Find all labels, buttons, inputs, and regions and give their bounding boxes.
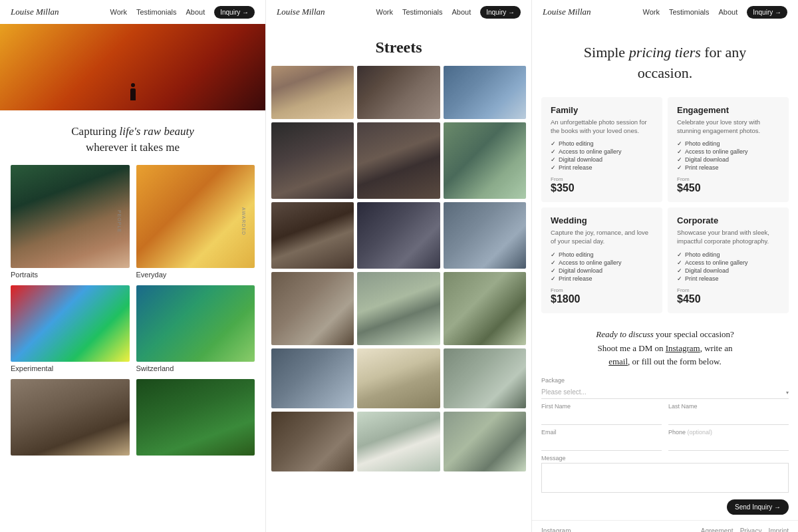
check-icon: ✓ [677,267,682,274]
nav-about-2[interactable]: About [452,8,471,16]
footer-instagram[interactable]: Instagram [541,527,571,532]
tagline-italic: life's raw beauty [120,125,194,138]
firstname-input[interactable] [541,412,662,425]
check-icon: ✓ [551,156,556,163]
feature-corporate-4: ✓ Print release [677,275,779,282]
message-textarea[interactable] [541,463,789,493]
pricing-price-corporate: $450 [677,293,779,305]
nav-inquiry-2[interactable]: Inquiry → [480,6,521,19]
nav-work-2[interactable]: Work [376,8,392,16]
nav-work-3[interactable]: Work [642,8,659,16]
street-img-5 [357,122,440,199]
inquiry-form: Package Please select... Family Engageme… [541,377,789,515]
cta-text: Ready to discuss your special occasion? … [532,321,798,377]
email-row: Email [541,429,662,451]
check-icon: ✓ [677,251,682,258]
footer-agreement[interactable]: Agreement [701,527,733,532]
feature-engagement-1: ✓ Photo editing [677,140,779,147]
nav-about-3[interactable]: About [718,8,737,16]
phone-input[interactable] [668,438,789,451]
feature-wedding-4: ✓ Print release [551,275,653,282]
pricing-desc-wedding: Capture the joy, romance, and love of yo… [551,228,653,246]
lastname-input[interactable] [668,412,789,425]
arch-image [11,379,130,456]
street-img-12 [444,272,526,345]
portfolio-item-arch[interactable] [11,379,130,456]
pricing-price-family: $350 [551,182,653,194]
portfolio-item-portraits[interactable]: Portraits PEOPLE [11,165,130,279]
street-img-8 [357,202,440,269]
feature-wedding-1: ✓ Photo editing [551,251,653,258]
check-icon: ✓ [551,251,556,258]
street-img-6 [444,122,526,199]
nav-testimonials-3[interactable]: Testimonials [669,8,710,16]
check-icon: ✓ [551,164,556,171]
pricing-from-engagement: From [677,176,779,182]
feature-family-3: ✓ Digital download [551,156,653,163]
pricing-desc-family: An unforgettable photo session for the b… [551,118,653,136]
forest-image [136,379,255,456]
streets-title: Streets [266,24,531,66]
email-input[interactable] [541,438,662,451]
feature-corporate-2: ✓ Access to online gallery [677,259,779,266]
feature-engagement-4: ✓ Print release [677,164,779,171]
logo-2: Louise Millan [277,7,325,17]
pricing-title-wedding: Wedding [551,215,653,225]
street-img-3 [444,66,526,119]
feature-wedding-3: ✓ Digital download [551,267,653,274]
feature-family-4: ✓ Print release [551,164,653,171]
feature-engagement-2: ✓ Access to online gallery [677,148,779,155]
pricing-grid: Family An unforgettable photo session fo… [541,97,789,313]
portfolio-item-forest[interactable] [136,379,255,456]
streets-grid [266,66,531,471]
street-img-2 [357,66,440,119]
panel-3: Louise Millan Work Testimonials About In… [532,0,798,532]
nav-about-1[interactable]: About [186,8,205,16]
check-icon: ✓ [551,140,556,147]
nav-testimonials-1[interactable]: Testimonials [136,8,177,16]
feature-corporate-3: ✓ Digital download [677,267,779,274]
street-img-14 [357,348,440,408]
feature-engagement-3: ✓ Digital download [677,156,779,163]
email-link[interactable]: email [608,356,628,366]
package-row: Package Please select... Family Engageme… [541,377,789,399]
package-label: Package [541,377,789,384]
nav-work-1[interactable]: Work [110,8,126,16]
instagram-link[interactable]: Instagram [666,343,700,353]
side-label-people: PEOPLE [117,210,122,233]
pricing-hero: Simple pricing tiers for any occasion. [532,24,798,97]
street-img-7 [271,202,354,269]
nav-inquiry-1[interactable]: Inquiry → [214,6,255,19]
nav-inquiry-3[interactable]: Inquiry → [747,6,787,19]
submit-button[interactable]: Send Inquiry → [727,499,789,515]
firstname-row: First Name [541,403,662,425]
footer-imprint[interactable]: Imprint [768,527,789,532]
pricing-card-family: Family An unforgettable photo session fo… [541,97,662,203]
tagline-block: Capturing life's raw beautywherever it t… [0,110,265,165]
street-img-9 [444,202,526,269]
portfolio-item-experimental[interactable]: Experimental [11,285,130,372]
package-select[interactable]: Please select... Family Engagement Weddi… [541,386,789,399]
check-icon: ✓ [677,148,682,155]
pricing-card-corporate: Corporate Showcase your brand with sleek… [668,207,789,313]
footer-privacy[interactable]: Privacy [740,527,762,532]
contact-row: Email Phone (optional) [541,429,789,455]
street-img-1 [271,66,354,119]
nav-3: Louise Millan Work Testimonials About In… [532,0,798,24]
portfolio-item-switzerland[interactable]: Switzerland [136,285,255,372]
everyday-label: Everyday [136,271,255,279]
email-label: Email [541,429,662,436]
phone-label: Phone (optional) [668,429,789,436]
street-img-18 [444,412,526,471]
check-icon: ✓ [551,259,556,266]
experimental-image [11,285,130,362]
portfolio-item-everyday[interactable]: Everyday AWARDED [136,165,255,279]
pricing-desc-corporate: Showcase your brand with sleek, impactfu… [677,228,779,246]
pricing-title: Simple pricing tiers for any occasion. [559,43,771,84]
nav-testimonials-2[interactable]: Testimonials [402,8,443,16]
portfolio-grid: Portraits PEOPLE Everyday AWARDED Experi… [0,165,265,456]
side-label-awarded: AWARDED [241,207,245,235]
street-img-13 [271,348,354,408]
footer-links: Agreement Privacy Imprint [701,527,789,532]
experimental-label: Experimental [11,364,130,372]
